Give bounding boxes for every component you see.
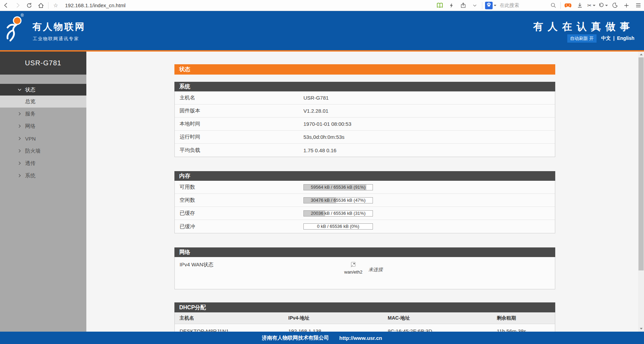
refresh-button[interactable] xyxy=(23,0,35,11)
favorite-button[interactable]: ☆ xyxy=(50,0,62,11)
new-tab-button[interactable] xyxy=(621,0,632,11)
sidebar-item-status[interactable]: 状态 xyxy=(0,84,86,96)
search-go-button[interactable] xyxy=(547,0,559,11)
clip-tool-button[interactable]: ✂ xyxy=(586,0,597,11)
section-network: 网络 IPv4 WAN状态 wan/et xyxy=(174,247,555,289)
section-memory-header: 内存 xyxy=(174,171,555,181)
load-average-value: 1.75 0.48 0.16 xyxy=(303,147,336,153)
sidebar-item-network[interactable]: 网络 xyxy=(0,120,86,132)
sidebar-item-overview[interactable]: 总览 xyxy=(0,96,86,108)
brand-name: 有人物联网 xyxy=(32,21,86,33)
dhcp-hostname: DESKTOP-M8RJ1N1 xyxy=(175,328,288,332)
page-footer: 济南有人物联网技术有限公司 http://www.usr.cn xyxy=(0,332,644,344)
memory-progress-bar: 20036 kB / 65536 kB (31%) xyxy=(303,210,373,217)
flash-button[interactable] xyxy=(446,0,457,11)
hamburger-menu-icon xyxy=(635,3,641,8)
back-button[interactable] xyxy=(0,0,12,11)
search-icon xyxy=(550,2,556,8)
baidu-search-engine-button[interactable] xyxy=(485,2,493,9)
company-name: 济南有人物联网技术有限公司 xyxy=(262,335,329,341)
section-dhcp-header: DHCP分配 xyxy=(174,302,555,312)
lang-en-link[interactable]: English xyxy=(617,35,634,42)
dhcp-table-header: 主机名 IPv4-地址 MAC-地址 剩余租期 xyxy=(175,312,555,324)
baidu-paw-icon xyxy=(486,2,492,9)
app-header: ® 有人物联网 工业物联网通讯专家 有人在认真做事 自动刷新 开 中文 | En… xyxy=(0,11,644,50)
sidebar-item-firewall[interactable]: 防火墙 xyxy=(0,145,86,157)
reading-view-button[interactable] xyxy=(434,0,446,11)
chevron-right-icon xyxy=(17,136,22,141)
scroll-up-button[interactable] xyxy=(638,52,644,57)
dhcp-ip: 192.168.1.138 xyxy=(288,328,388,332)
app-body: USR-G781 状态 总览 服务 网络 VPN 防火墙 透传 xyxy=(0,52,644,332)
undo-button[interactable] xyxy=(597,0,609,11)
triangle-up-icon xyxy=(640,54,643,55)
memory-progress-bar: 59564 kB / 65536 kB (91%) xyxy=(303,184,373,190)
table-row: 空闲数 30476 kB / 65536 kB (47%) xyxy=(175,194,555,207)
auto-refresh-toggle[interactable]: 自动刷新 开 xyxy=(567,34,597,43)
scroll-down-button[interactable] xyxy=(638,326,644,332)
browser-menu-button[interactable] xyxy=(632,0,644,11)
table-row: 已缓存 20036 kB / 65536 kB (31%) xyxy=(175,207,555,220)
forward-button[interactable] xyxy=(12,0,23,11)
memory-progress-bar: 30476 kB / 65536 kB (47%) xyxy=(303,197,373,203)
scrollbar-thumb[interactable] xyxy=(638,57,644,270)
ethernet-port-icon xyxy=(350,263,357,269)
table-row: 已缓冲 0 kB / 65536 kB (0%) xyxy=(175,220,555,233)
wan-interface-name: wan/eth2 xyxy=(341,269,366,275)
share-button[interactable] xyxy=(457,0,469,11)
chevron-right-icon xyxy=(17,111,22,116)
undo-caret-icon xyxy=(605,5,608,6)
sidebar-item-system[interactable]: 系统 xyxy=(0,169,86,182)
chevron-down-icon xyxy=(17,87,22,92)
search-engine-caret-icon[interactable] xyxy=(494,5,496,6)
home-button[interactable] xyxy=(35,0,47,11)
brand-tagline: 工业物联网通讯专家 xyxy=(33,36,79,42)
section-memory: 内存 可用数 59564 kB / 65536 kB (91%) 空闲数 xyxy=(174,171,555,233)
chevron-down-icon xyxy=(472,3,477,8)
page-title: 状态 xyxy=(174,64,555,75)
game-center-button[interactable] xyxy=(562,0,574,11)
lang-zh-link[interactable]: 中文 xyxy=(601,35,611,42)
night-mode-button[interactable] xyxy=(609,0,621,11)
chevron-right-icon xyxy=(17,124,22,129)
dhcp-mac: 8C:16:45:2E:6B:3D xyxy=(388,328,497,332)
section-dhcp: DHCP分配 主机名 IPv4-地址 MAC-地址 剩余租期 DESKTOP-M… xyxy=(174,302,555,332)
hostname-value: USR-G781 xyxy=(303,95,329,101)
table-row: 平均负载 1.75 0.48 0.16 xyxy=(175,144,555,157)
favorite-star-icon: ☆ xyxy=(53,2,58,9)
table-row: 主机名 USR-G781 xyxy=(175,91,555,104)
section-network-header: 网络 xyxy=(174,247,555,257)
search-input[interactable]: 在此搜索 xyxy=(496,2,547,9)
table-row: 本地时间 1970-01-01 08:00:53 xyxy=(175,118,555,131)
download-icon xyxy=(577,2,583,8)
localtime-value: 1970-01-01 08:00:53 xyxy=(303,121,351,127)
toolbar-expand-button[interactable] xyxy=(469,0,481,11)
usr-logo xyxy=(4,14,27,47)
moon-icon xyxy=(612,2,618,8)
sidebar-item-services[interactable]: 服务 xyxy=(0,108,86,120)
forward-icon xyxy=(15,2,21,8)
address-bar[interactable]: 192.168.1.1/index_cn.html xyxy=(65,2,126,8)
wan-status-row: IPv4 WAN状态 wan/eth2 未连接 xyxy=(175,257,555,289)
toolbar-divider xyxy=(560,2,561,9)
wan-status-value: 未连接 xyxy=(368,267,383,273)
website-link[interactable]: http://www.usr.cn xyxy=(339,335,382,341)
scissors-icon: ✂ xyxy=(587,3,592,8)
sidebar-item-vpn[interactable]: VPN xyxy=(0,132,86,145)
wan-interface: wan/eth2 xyxy=(341,261,366,275)
device-name: USR-G781 xyxy=(0,52,86,75)
reading-view-icon xyxy=(437,2,443,8)
firmware-value: V1.2.28.01 xyxy=(303,108,329,114)
download-button[interactable] xyxy=(574,0,586,11)
registered-mark: ® xyxy=(21,13,24,18)
vertical-scrollbar[interactable] xyxy=(638,52,644,332)
sidebar: USR-G781 状态 总览 服务 网络 VPN 防火墙 透传 xyxy=(0,52,86,332)
sidebar-item-passthrough[interactable]: 透传 xyxy=(0,157,86,169)
plus-icon xyxy=(624,3,629,8)
clip-caret-icon xyxy=(593,5,595,6)
search-placeholder: 在此搜索 xyxy=(500,2,519,9)
refresh-icon xyxy=(26,2,32,9)
memory-progress-bar: 0 kB / 65536 kB (0%) xyxy=(303,223,373,230)
toolbar-divider xyxy=(48,2,49,9)
wan-status-label: IPv4 WAN状态 xyxy=(180,262,214,268)
